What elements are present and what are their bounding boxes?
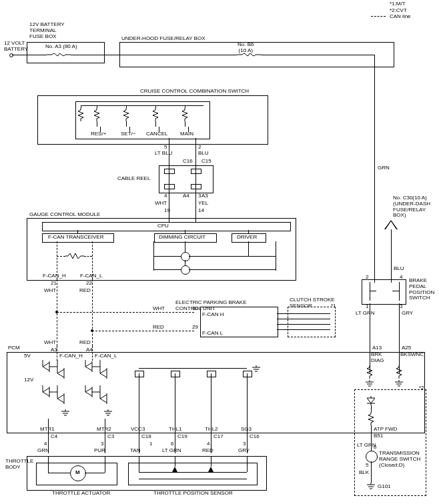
cable-reel-title: CABLE REEL xyxy=(117,176,150,182)
wht-out: WHT xyxy=(44,288,56,294)
pcm-brkdiag: BRK DIAG xyxy=(371,352,384,364)
res-a25 xyxy=(396,365,402,379)
motor-m: M xyxy=(75,470,80,476)
epb-pin29: 29 xyxy=(192,325,198,331)
wht-pcm: WHT xyxy=(44,340,56,346)
throttle-actuator-label: THROTTLE ACTUATOR xyxy=(52,491,110,497)
c17: C17 xyxy=(213,434,224,440)
fcan-res xyxy=(65,253,84,259)
bsw-pin3: 3 xyxy=(400,304,402,310)
gnd-pcm2 xyxy=(103,409,113,416)
dimming-label: DIMMING CIRCUIT xyxy=(159,235,205,241)
trs-pin5: 5 xyxy=(366,463,368,469)
gnd-a13 xyxy=(365,380,374,387)
pcm-b51: B51 xyxy=(374,433,383,439)
wire-c17: RED xyxy=(202,448,213,454)
a4-label: A4 xyxy=(183,193,189,199)
c3: C3 xyxy=(107,434,114,440)
pcm-bkswnc: BKSWNC xyxy=(400,352,424,358)
cruise-title: CRUISE CONTROL COMBINATION SWITCH xyxy=(140,89,249,95)
thl1: THL1 xyxy=(169,427,182,433)
wht-in: WHT xyxy=(155,201,167,207)
gnd-a25 xyxy=(394,380,404,387)
pcm-12v: 12V xyxy=(24,377,33,383)
fcan-l-label: F-CAN_L xyxy=(80,273,102,279)
star2-atp: *2 xyxy=(419,385,424,391)
fuse-a3 xyxy=(47,52,71,57)
wire-c18: TAN xyxy=(130,448,140,454)
uh-title: UNDER-HOOD FUSE/RELAY BOX xyxy=(121,36,205,42)
fuse-a3-label: No. A3 (80 A) xyxy=(45,44,77,50)
ud-c30: No. C30(10 A) (UNDER-DASH FUSE/RELAY BOX… xyxy=(393,195,430,219)
pin-c18: 1 xyxy=(149,441,152,447)
g101: G101 xyxy=(378,484,391,490)
lamp1 xyxy=(181,252,190,261)
res-extra xyxy=(78,108,83,121)
pin19: 19 xyxy=(164,208,170,214)
c16-2: C16 xyxy=(250,434,260,440)
mtr2: MTR2 xyxy=(97,427,111,433)
vcc3: VCC3 xyxy=(131,427,145,433)
c16-label: C16 xyxy=(183,159,193,165)
a3-label: A3 xyxy=(201,193,208,199)
wire-blu: BLU xyxy=(198,151,209,157)
tps-box xyxy=(128,463,258,485)
can-line-legend: CAN line xyxy=(390,14,411,20)
wire-blu-ud: BLU xyxy=(394,266,404,272)
res-main xyxy=(182,108,187,121)
pin22: 22 xyxy=(86,281,92,287)
red-pcm: RED xyxy=(79,340,91,346)
red-out: RED xyxy=(79,288,91,294)
c19: C19 xyxy=(177,434,187,440)
pin-c17: 4 xyxy=(207,441,209,447)
cpu-label: CPU xyxy=(157,223,169,229)
bsw-gry: GRY xyxy=(402,311,413,317)
cancel-label: CANCEL xyxy=(146,131,167,137)
star1-clutch: *1 xyxy=(331,303,336,309)
pcm-title: PCM xyxy=(8,345,20,351)
pcm-fcan-h: F-CAN_H xyxy=(59,353,83,359)
c4: C4 xyxy=(51,434,57,440)
main-label: MAIN xyxy=(180,131,193,137)
gnd-g101 xyxy=(366,483,376,489)
pin-c4: 4 xyxy=(44,441,47,447)
epb-wht: WHT xyxy=(153,306,165,312)
bsw-pin1: 1 xyxy=(366,304,368,310)
trs-title: TRANSMISSION RANGE SWITCH (Closed:D) xyxy=(379,451,420,468)
gnd-sg3 xyxy=(252,365,261,372)
pin-b51: 6 xyxy=(374,445,376,451)
wire-c4: GRN xyxy=(37,448,49,454)
pin-c19: 6 xyxy=(171,441,173,447)
epb-fcan-h: F-CAN H xyxy=(202,312,224,318)
fuse-b6-label: No. B6 (10 A) xyxy=(238,42,254,54)
pcm-a13: A13 xyxy=(372,345,382,351)
res-atp xyxy=(368,412,374,425)
wire-grn: GRN xyxy=(378,165,390,171)
res-plus-label: RES/+ xyxy=(91,131,106,137)
pcm-a25: A25 xyxy=(402,345,411,351)
note-mt: *1:M/T xyxy=(390,1,406,7)
lamp2 xyxy=(181,265,190,275)
wire-ltblu: LT BLU xyxy=(155,151,172,157)
trs-blk: BLK xyxy=(359,470,369,476)
res-a13 xyxy=(367,365,372,379)
pcm-fcan-l: F-CAN_L xyxy=(95,353,117,359)
wire-c3: PUR xyxy=(94,448,105,454)
c15-label: C15 xyxy=(201,159,211,165)
res-setminus xyxy=(123,108,129,121)
pcm-5v: 5V xyxy=(24,353,31,359)
mtr1: MTR1 xyxy=(40,427,55,433)
pin-c3: 3 xyxy=(101,441,103,447)
gnd-pcm1 xyxy=(61,409,70,416)
pinA4num: 4 xyxy=(164,193,167,199)
res-cancel xyxy=(153,108,158,121)
gauge-title: GAUGE CONTROL MODULE xyxy=(29,212,100,218)
res-resplus xyxy=(94,108,99,121)
pin-c16: 3 xyxy=(243,441,246,447)
c18: C18 xyxy=(141,434,151,440)
pin14: 14 xyxy=(198,208,204,214)
battery-label: 12 VOLT BATTERY xyxy=(4,41,28,53)
wire-c16: GRY xyxy=(238,448,250,454)
sg3: SG3 xyxy=(241,427,252,433)
pin21: 21 xyxy=(51,281,57,287)
